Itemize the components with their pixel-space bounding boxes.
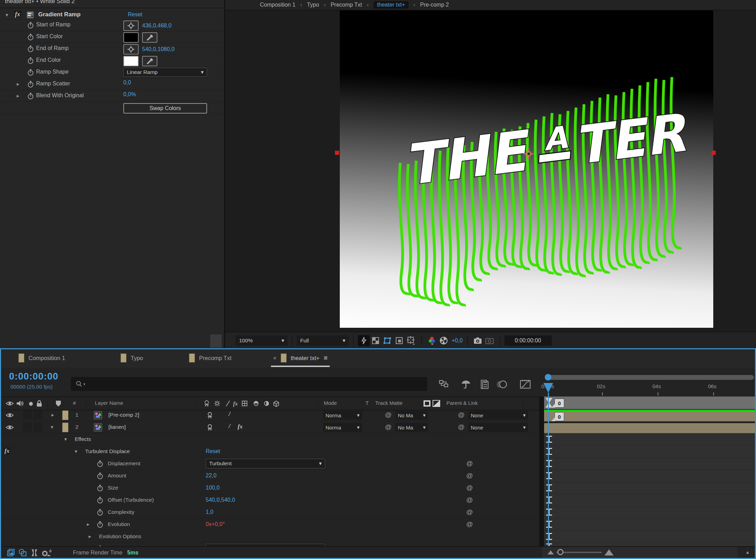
stopwatch-icon[interactable] <box>27 33 34 40</box>
eyedropper-button[interactable] <box>142 32 157 43</box>
reset-effect-button[interactable]: Reset <box>128 11 142 18</box>
effect-name[interactable]: Turbulent Displace <box>85 448 130 454</box>
layer-color-swatch[interactable] <box>62 423 68 432</box>
selection-handle-left[interactable] <box>335 151 339 155</box>
live-update-toggle-icon[interactable] <box>17 547 28 558</box>
breadcrumb-item[interactable]: Typo <box>307 2 319 8</box>
property-pickwhip-icon[interactable]: @ <box>466 496 473 504</box>
property-pickwhip-icon[interactable]: @ <box>466 460 473 467</box>
preview-timecode[interactable]: 0:00:00:00 <box>504 335 552 346</box>
ramp-shape-dropdown[interactable]: Linear Ramp ▾ <box>123 68 207 77</box>
prop-row-amount[interactable]: Amount 22,0 @ <box>0 470 539 482</box>
property-value[interactable]: 1,0 <box>206 509 213 515</box>
frame-blending-icon[interactable] <box>480 379 489 389</box>
point-picker-button[interactable] <box>123 20 139 31</box>
prop-row-size[interactable]: Size 100,0 @ <box>0 482 539 494</box>
matte-pickwhip-icon[interactable]: @ <box>385 423 392 431</box>
property-value[interactable]: 22,0 <box>206 473 216 479</box>
column-track-matte[interactable]: Track Matte <box>375 400 403 406</box>
resolution-dropdown[interactable]: Full▾ <box>297 335 349 346</box>
prop-row-evolution[interactable]: ▸ Evolution 0x+0,0° @ <box>0 518 539 531</box>
layer-bar-1[interactable] <box>544 411 756 422</box>
parent-pickwhip-icon[interactable]: @ <box>458 411 465 419</box>
stopwatch-icon[interactable] <box>27 57 34 64</box>
fx-badge-icon[interactable]: fx <box>3 448 10 454</box>
end-color-swatch[interactable] <box>123 56 139 66</box>
layer-name[interactable]: [lianen] <box>108 424 126 430</box>
prop-row-evolution-options[interactable]: ▸ Evolution Options <box>0 531 539 543</box>
current-time-indicator-line[interactable] <box>548 393 549 546</box>
expand-property-icon[interactable]: ▸ <box>17 81 19 87</box>
collapse-layer-icon[interactable]: ▾ <box>51 424 54 430</box>
selection-handle-right[interactable] <box>712 151 716 155</box>
collapse-effect-icon[interactable]: ▾ <box>6 12 8 18</box>
parent-dropdown[interactable]: None▾ <box>468 423 528 432</box>
parent-pickwhip-icon[interactable]: @ <box>458 423 465 431</box>
mask-visibility-icon[interactable] <box>393 335 405 346</box>
region-of-interest-icon[interactable] <box>381 335 393 346</box>
update-mode-icon[interactable] <box>28 547 40 558</box>
graph-editor-icon[interactable] <box>520 379 531 389</box>
expand-property-icon[interactable]: ▸ <box>17 93 19 99</box>
magnification-dropdown[interactable]: 100%▾ <box>236 335 288 346</box>
show-snapshot-icon[interactable] <box>484 335 495 346</box>
expand-group-icon[interactable]: ▸ <box>89 533 91 540</box>
breadcrumb-item[interactable]: Pre-comp 2 <box>420 2 449 8</box>
quality-switch-icon[interactable]: / <box>229 411 230 418</box>
collapse-effect-icon[interactable]: ▾ <box>75 448 77 454</box>
stopwatch-icon[interactable] <box>97 497 104 503</box>
video-column-eye-icon[interactable] <box>6 401 14 406</box>
layer-row-2[interactable]: ▾ 2 [lianen] / fx Norma▾ @ No Ma▾ @ None… <box>0 421 539 433</box>
property-pickwhip-icon[interactable]: @ <box>466 508 473 516</box>
expand-layer-icon[interactable]: ▸ <box>51 412 54 418</box>
stopwatch-icon[interactable] <box>27 81 34 87</box>
anchor-point-crosshair[interactable] <box>523 149 534 159</box>
breadcrumb-item[interactable]: Composition 1 <box>260 2 295 8</box>
eye-icon[interactable] <box>6 425 14 430</box>
column-layer-name[interactable]: Layer Name <box>95 400 123 406</box>
column-hash[interactable]: # <box>73 400 76 406</box>
audio-column-speaker-icon[interactable] <box>16 400 24 407</box>
column-t[interactable]: T <box>365 400 369 406</box>
lock-column-icon[interactable] <box>36 400 42 407</box>
effect-turbulent-displace-row[interactable]: fx ▾ Turbulent Displace Reset <box>0 445 539 458</box>
effect-name[interactable]: Gradient Ramp <box>38 11 81 18</box>
tab-menu-icon[interactable]: ≡ <box>324 354 328 362</box>
fast-preview-icon[interactable] <box>358 335 370 346</box>
stopwatch-icon[interactable] <box>27 45 34 52</box>
stopwatch-icon[interactable] <box>97 521 104 528</box>
fx-badge-icon[interactable]: fx <box>14 11 21 18</box>
composition-canvas[interactable]: THEATER <box>340 10 713 328</box>
zoom-slider[interactable] <box>557 552 602 553</box>
exposure-shutter-icon[interactable] <box>438 335 450 346</box>
parent-dropdown[interactable]: None▾ <box>468 411 528 420</box>
close-icon[interactable]: × <box>273 355 277 361</box>
transparency-grid-icon[interactable] <box>370 335 381 346</box>
matte-pickwhip-icon[interactable]: @ <box>385 411 392 419</box>
property-pickwhip-icon[interactable]: @ <box>466 520 473 528</box>
tab-typo[interactable]: Typo <box>121 348 143 368</box>
start-color-swatch[interactable] <box>123 32 139 43</box>
displacement-dropdown[interactable]: Turbulent▾ <box>206 459 325 468</box>
track-matte-dropdown[interactable]: No Ma▾ <box>395 423 428 432</box>
label-column-icon[interactable] <box>55 400 62 407</box>
eyedropper-button[interactable] <box>142 56 157 66</box>
eye-icon[interactable] <box>6 412 14 418</box>
blend-mode-dropdown[interactable]: Norma▾ <box>323 411 362 420</box>
stopwatch-icon[interactable] <box>27 92 34 99</box>
navigator-start-handle[interactable] <box>545 374 551 381</box>
property-pickwhip-icon[interactable]: @ <box>466 484 473 492</box>
composition-mini-flowchart-icon[interactable] <box>439 379 449 389</box>
collapse-group-icon[interactable]: ▾ <box>64 436 67 442</box>
property-value[interactable]: 0,0 <box>123 80 131 86</box>
exposure-value[interactable]: +0,0 <box>452 337 463 344</box>
property-value[interactable]: 100,0 <box>206 485 220 491</box>
quality-switch-icon[interactable]: / <box>229 423 230 430</box>
property-value[interactable]: 540,0,1080,0 <box>142 46 174 52</box>
prop-row-displacement[interactable]: Displacement Turbulent▾ @ <box>0 458 539 470</box>
panel-splitter[interactable] <box>539 397 544 546</box>
reset-effect-button[interactable]: Reset <box>206 448 220 454</box>
property-value[interactable]: 436,0,468,0 <box>142 23 172 29</box>
snail-render-speed-icon[interactable] <box>40 547 52 558</box>
layer-marker[interactable]: 0 <box>554 412 564 421</box>
